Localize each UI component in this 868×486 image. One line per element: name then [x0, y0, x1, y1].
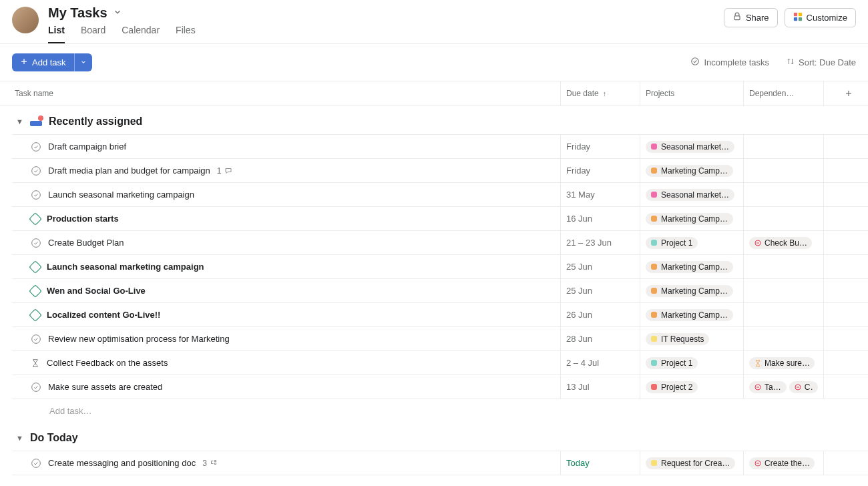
due-date-cell[interactable]: 2 – 4 Jul	[560, 351, 640, 375]
check-circle-icon[interactable]	[31, 382, 41, 393]
task-name-cell[interactable]: Localized content Go-Live!!	[12, 303, 560, 326]
dependencies-cell[interactable]	[743, 327, 823, 350]
tab-list[interactable]: List	[48, 25, 65, 43]
dependency-pill[interactable]: Create the…	[749, 457, 815, 469]
task-row[interactable]: Create Budget Plan21 – 23 JunProject 1Ch…	[12, 231, 868, 255]
sort-control[interactable]: Sort: Due Date	[787, 57, 856, 67]
project-pill[interactable]: Project 2	[646, 381, 698, 393]
task-row[interactable]: Localized content Go-Live!!26 JunMarketi…	[12, 303, 868, 327]
projects-cell[interactable]: Marketing Camp…	[640, 159, 743, 182]
customize-button[interactable]: Customize	[785, 8, 856, 27]
due-date-cell[interactable]: 28 Jun	[560, 327, 640, 350]
task-name-cell[interactable]: Draft media plan and budget for campaign…	[12, 159, 560, 182]
task-row[interactable]: Launch seasonal marketing campaign31 May…	[12, 183, 868, 207]
collapse-icon[interactable]: ▼	[16, 434, 23, 442]
add-column-button[interactable]: +	[823, 81, 868, 105]
task-name-cell[interactable]: Wen and Social Go-Live	[12, 279, 560, 302]
projects-cell[interactable]: Project 2	[640, 375, 743, 399]
project-pill[interactable]: Seasonal market…	[646, 189, 734, 201]
subtask-count[interactable]: 3	[202, 459, 218, 468]
col-header-dependencies[interactable]: Dependen…	[743, 81, 823, 105]
check-circle-icon[interactable]	[31, 190, 41, 200]
due-date-cell[interactable]: 16 Jun	[560, 207, 640, 230]
task-row[interactable]: Production starts16 JunMarketing Camp…	[12, 207, 868, 231]
dependencies-cell[interactable]: Create the…	[743, 451, 823, 475]
milestone-icon[interactable]	[29, 308, 42, 322]
dependencies-cell[interactable]: Check Bu…	[743, 231, 823, 254]
check-circle-icon[interactable]	[31, 238, 41, 248]
dependencies-cell[interactable]	[743, 159, 823, 182]
task-row[interactable]: Launch seasonal marketing campaign25 Jun…	[12, 255, 868, 279]
task-name-cell[interactable]: Launch seasonal marketing campaign	[12, 255, 560, 278]
task-name-cell[interactable]: Draft campaign brief	[12, 135, 560, 158]
task-name-cell[interactable]: Create Budget Plan	[12, 231, 560, 254]
task-row[interactable]: Draft media plan and budget for campaign…	[12, 159, 868, 183]
task-row[interactable]: Review new optimisation process for Mark…	[12, 327, 868, 351]
dependencies-cell[interactable]	[743, 207, 823, 230]
due-date-cell[interactable]: 13 Jul	[560, 375, 640, 399]
project-pill[interactable]: Project 1	[646, 237, 698, 249]
project-pill[interactable]: Marketing Camp…	[646, 261, 733, 273]
milestone-icon[interactable]	[29, 260, 42, 274]
task-name-cell[interactable]: Collect Feedback on the assets	[12, 351, 560, 375]
project-pill[interactable]: IT Requests	[646, 333, 709, 345]
project-pill[interactable]: Request for Crea…	[646, 457, 735, 469]
dependencies-cell[interactable]: Task…C…	[743, 375, 823, 399]
due-date-cell[interactable]: Friday	[560, 135, 640, 158]
chevron-down-icon[interactable]	[113, 7, 122, 19]
projects-cell[interactable]: Project 1	[640, 231, 743, 254]
milestone-icon[interactable]	[29, 212, 42, 226]
projects-cell[interactable]: Marketing Camp…	[640, 303, 743, 326]
projects-cell[interactable]: Seasonal market…	[640, 183, 743, 206]
projects-cell[interactable]: Seasonal market…	[640, 135, 743, 158]
due-date-cell[interactable]: 25 Jun	[560, 255, 640, 278]
dependencies-cell[interactable]	[743, 279, 823, 302]
col-header-projects[interactable]: Projects	[640, 81, 743, 105]
dependencies-cell[interactable]	[743, 255, 823, 278]
projects-cell[interactable]: Marketing Camp…	[640, 255, 743, 278]
task-name-cell[interactable]: Review new optimisation process for Mark…	[12, 327, 560, 350]
section-header[interactable]: ▼Do Today	[0, 423, 868, 451]
task-row[interactable]: Draft campaign briefFridaySeasonal marke…	[12, 135, 868, 159]
add-task-inline[interactable]: Add task…	[12, 399, 868, 423]
section-header[interactable]: ▼Recently assigned	[0, 106, 868, 134]
check-circle-icon[interactable]	[31, 458, 41, 469]
task-name-cell[interactable]: Make sure assets are created	[12, 375, 560, 399]
project-pill[interactable]: Marketing Camp…	[646, 285, 733, 297]
due-date-cell[interactable]: 21 – 23 Jun	[560, 231, 640, 254]
project-pill[interactable]: Marketing Camp…	[646, 213, 733, 225]
due-date-cell[interactable]: Today	[560, 451, 640, 475]
project-pill[interactable]: Seasonal market…	[646, 141, 734, 153]
add-task-dropdown[interactable]	[74, 53, 92, 71]
dependencies-cell[interactable]	[743, 183, 823, 206]
tab-files[interactable]: Files	[176, 25, 196, 43]
projects-cell[interactable]: IT Requests	[640, 327, 743, 350]
projects-cell[interactable]: Marketing Camp…	[640, 207, 743, 230]
due-date-cell[interactable]: 31 May	[560, 183, 640, 206]
due-date-cell[interactable]: Friday	[560, 159, 640, 182]
dependency-pill[interactable]: Task…	[749, 381, 787, 393]
task-name-cell[interactable]: Production starts	[12, 207, 560, 230]
dependency-pill[interactable]: Check Bu…	[749, 237, 812, 249]
col-header-due[interactable]: Due date ↑	[560, 81, 640, 105]
tab-calendar[interactable]: Calendar	[122, 25, 160, 43]
add-task-button[interactable]: Add task	[12, 53, 74, 71]
task-row[interactable]: Make sure assets are created13 JulProjec…	[12, 375, 868, 399]
check-circle-icon[interactable]	[31, 334, 41, 344]
projects-cell[interactable]: Project 1	[640, 351, 743, 375]
task-row[interactable]: Wen and Social Go-Live25 JunMarketing Ca…	[12, 279, 868, 303]
dependencies-cell[interactable]	[743, 303, 823, 326]
task-name-cell[interactable]: Launch seasonal marketing campaign	[12, 183, 560, 206]
task-name-cell[interactable]: Create messaging and positioning doc3	[12, 451, 560, 475]
projects-cell[interactable]: Marketing Camp…	[640, 279, 743, 302]
page-title[interactable]: My Tasks	[48, 5, 107, 21]
due-date-cell[interactable]: 25 Jun	[560, 279, 640, 302]
project-pill[interactable]: Project 1	[646, 357, 698, 369]
comment-count[interactable]: 1	[217, 166, 232, 176]
due-date-cell[interactable]: 26 Jun	[560, 303, 640, 326]
dependencies-cell[interactable]: Make sure…	[743, 351, 823, 375]
projects-cell[interactable]: Request for Crea…	[640, 451, 743, 475]
project-pill[interactable]: Marketing Camp…	[646, 165, 733, 177]
tab-board[interactable]: Board	[81, 25, 105, 43]
milestone-icon[interactable]	[29, 284, 42, 298]
